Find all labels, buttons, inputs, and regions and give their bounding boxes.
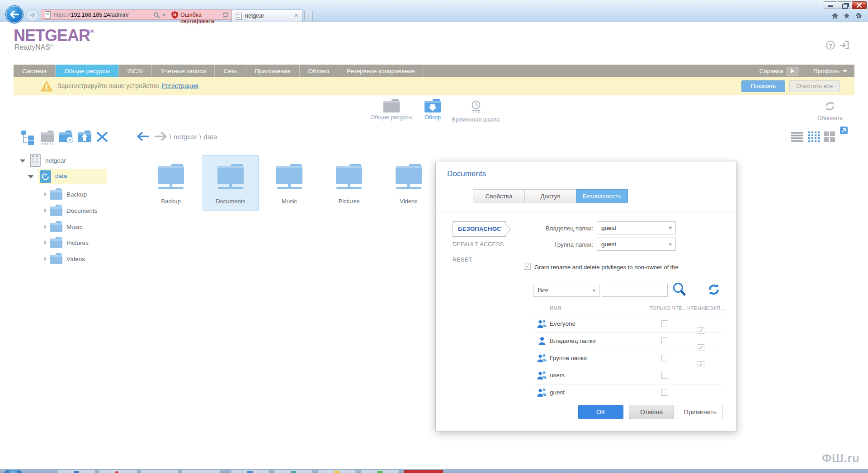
nav-tab-shares[interactable]: Общие ресурсы	[56, 65, 118, 77]
read-only-checkbox[interactable]	[661, 372, 668, 379]
large-grid-view-icon[interactable]	[824, 131, 835, 142]
refresh-view[interactable]: Обновить	[813, 99, 847, 122]
tree-view-icon[interactable]	[20, 130, 35, 145]
refresh-icon[interactable]	[707, 283, 721, 296]
close-window-button[interactable]	[852, 1, 867, 9]
menu-reset[interactable]: RESET	[453, 257, 472, 263]
read-only-checkbox[interactable]	[661, 320, 668, 327]
nav-tab-backup[interactable]: Резервное копирование	[338, 65, 424, 77]
search-input[interactable]	[602, 284, 668, 297]
folder-icon[interactable]	[41, 132, 54, 142]
logout-icon[interactable]	[839, 40, 850, 51]
nav-tab-accounts[interactable]: Учетные записи	[152, 65, 215, 77]
taskbar-item[interactable]	[99, 470, 137, 473]
share-tile-documents[interactable]: Documents	[203, 155, 259, 211]
menu-security[interactable]: БЕЗОПАСНОСТЬ	[453, 221, 506, 237]
expand-caret-icon[interactable]	[44, 208, 47, 213]
expand-caret-icon[interactable]	[44, 225, 47, 229]
folder-owner-select[interactable]: guest	[597, 221, 676, 234]
expand-caret-icon[interactable]	[44, 240, 47, 245]
read-only-checkbox[interactable]	[661, 355, 668, 361]
help-icon[interactable]: ?	[826, 41, 835, 50]
permission-row[interactable]: users	[533, 367, 724, 384]
favorites-star-icon[interactable]	[843, 12, 851, 20]
folder-group-select[interactable]: guest	[597, 238, 676, 251]
upload-folder-icon[interactable]	[78, 132, 91, 142]
taskbar-item[interactable]	[231, 470, 269, 473]
share-tile-music[interactable]: Music	[261, 155, 317, 211]
tree-item-videos[interactable]: Videos	[0, 251, 111, 267]
settings-gear-icon[interactable]	[854, 12, 863, 20]
taskbar-item[interactable]	[404, 470, 443, 473]
permission-row[interactable]: Владелец папки	[533, 333, 724, 350]
subnav-item-timeline[interactable]: Временная шкала	[450, 99, 502, 123]
subnav-item-browse[interactable]: Обзор	[419, 99, 447, 121]
taskbar-item[interactable]	[57, 470, 96, 473]
collapse-caret-icon[interactable]	[28, 175, 33, 178]
permission-row[interactable]: guest	[533, 384, 724, 401]
refresh-page-icon[interactable]	[222, 11, 229, 19]
taskbar[interactable]	[0, 469, 868, 473]
nav-tab-apps[interactable]: Приложения	[246, 65, 300, 77]
tab-close-icon[interactable]: ×	[294, 12, 298, 19]
minimize-button[interactable]	[824, 1, 837, 9]
expand-icon[interactable]	[840, 126, 848, 134]
nav-tab-cloud[interactable]: Облако	[300, 65, 339, 77]
search-icon[interactable]	[671, 281, 688, 298]
new-tab-button[interactable]	[304, 11, 313, 21]
share-tile-pictures[interactable]: Pictures	[321, 155, 377, 211]
nav-tab-network[interactable]: Сеть	[215, 65, 246, 77]
profile-button[interactable]: Профиль	[806, 65, 854, 77]
registration-link[interactable]: Регистрация	[161, 82, 198, 89]
filter-select[interactable]: Все	[533, 284, 599, 297]
menu-default-access[interactable]: DEFAULT ACCESS	[453, 241, 504, 248]
tree-item-data[interactable]: data	[0, 169, 111, 184]
permission-row[interactable]: Группа папки	[533, 350, 724, 367]
tab-properties[interactable]: Свойства	[473, 189, 525, 203]
taskbar-item[interactable]	[361, 470, 400, 473]
search-icon[interactable]	[153, 12, 160, 19]
home-icon[interactable]	[831, 12, 839, 20]
list-view-icon[interactable]	[790, 131, 804, 142]
browser-back-button[interactable]	[5, 5, 24, 23]
help-button[interactable]: Справка	[752, 65, 806, 77]
browser-forward-button[interactable]	[26, 9, 38, 21]
taskbar-item[interactable]	[182, 470, 221, 473]
grid-view-icon[interactable]	[808, 131, 820, 142]
collapse-caret-icon[interactable]	[20, 159, 25, 163]
grant-privileges-checkbox[interactable]	[524, 263, 531, 270]
taskbar-item[interactable]	[317, 470, 356, 473]
address-bar[interactable]: https://192.168.185.24/admin/ Ошибка сер…	[41, 9, 232, 20]
expand-caret-icon[interactable]	[44, 257, 47, 261]
nav-tab-iscsi[interactable]: iSCSI	[119, 65, 152, 77]
tree-item-backup[interactable]: Backup	[0, 186, 111, 202]
ok-button[interactable]: OK	[578, 405, 623, 419]
show-button[interactable]: Показать	[741, 80, 785, 92]
clear-all-button[interactable]: Очистить все	[789, 80, 840, 92]
tree-item-documents[interactable]: Documents	[0, 202, 111, 218]
tab-access[interactable]: Доступ	[524, 189, 576, 203]
share-tile-videos[interactable]: Videos	[381, 155, 437, 211]
read-only-checkbox[interactable]	[661, 337, 668, 344]
taskbar-item[interactable]	[140, 470, 179, 473]
back-arrow-icon[interactable]	[136, 131, 150, 142]
tree-item-music[interactable]: Music	[0, 219, 111, 234]
forward-arrow-icon[interactable]	[154, 131, 168, 142]
share-tile-backup[interactable]: Backup	[143, 155, 199, 211]
cancel-button[interactable]: Отмена	[629, 405, 674, 419]
tree-item-netgear[interactable]: netgear	[0, 154, 111, 168]
new-folder-icon[interactable]: +	[59, 132, 72, 142]
tab-security[interactable]: Безопасность	[576, 189, 628, 203]
start-button[interactable]	[5, 470, 22, 473]
taskbar-item[interactable]	[274, 470, 313, 473]
permission-row[interactable]: Everyone	[533, 315, 724, 333]
subnav-item-shares[interactable]: Общие ресурсы	[364, 99, 419, 121]
search-dropdown-caret-icon[interactable]	[162, 14, 166, 16]
apply-button[interactable]: Применить	[678, 405, 723, 419]
expand-caret-icon[interactable]	[44, 192, 47, 197]
maximize-button[interactable]	[838, 1, 851, 9]
tree-item-pictures[interactable]: Pictures	[0, 234, 111, 250]
read-only-checkbox[interactable]	[661, 389, 668, 396]
nav-tab-system[interactable]: Система	[14, 65, 56, 77]
delete-icon[interactable]	[96, 131, 108, 143]
